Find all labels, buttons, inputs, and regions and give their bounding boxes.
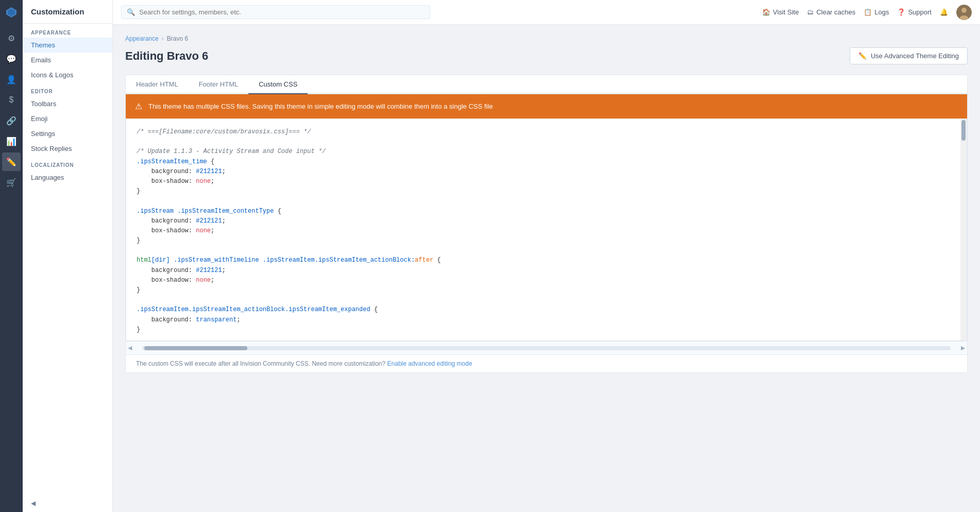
sidebar-icon-chat[interactable]: 💬	[2, 49, 21, 68]
search-bar[interactable]: 🔍	[121, 5, 430, 19]
sidebar-icon-commerce[interactable]: $	[2, 91, 21, 109]
bell-icon: 🔔	[940, 8, 948, 16]
notifications-button[interactable]: 🔔	[940, 8, 948, 16]
sidebar-item-icons-logos[interactable]: Icons & Logos	[23, 67, 112, 82]
breadcrumb-separator: ›	[162, 35, 164, 42]
warning-banner: ⚠ This theme has multiple CSS files. Sav…	[126, 94, 967, 118]
code-editor-container: /* ===[Filename:core/custom/bravosix.css…	[126, 118, 967, 341]
sidebar-icon-store[interactable]: 🛒	[2, 173, 21, 192]
search-icon: 🔍	[127, 8, 135, 16]
sidebar-title: Customization	[23, 0, 112, 24]
page-header: Editing Bravo 6 ✏️ Use Advanced Theme Ed…	[125, 47, 968, 64]
editor-footer: The custom CSS will execute after all In…	[126, 354, 967, 372]
content-inner: Appearance › Bravo 6 Editing Bravo 6 ✏️ …	[113, 25, 980, 383]
main-wrapper: 🔍 🏠 Visit Site 🗂 Clear caches 📋 Logs ❓ S…	[113, 0, 980, 512]
sidebar-item-languages[interactable]: Languages	[23, 170, 112, 185]
logs-icon: 📋	[864, 8, 872, 16]
sidebar-item-emoji[interactable]: Emoji	[23, 111, 112, 126]
sidebar-icon-customization[interactable]: ✏️	[2, 152, 21, 171]
svg-point-3	[961, 8, 967, 13]
clear-caches-icon: 🗂	[807, 8, 814, 16]
sidebar-item-emails[interactable]: Emails	[23, 53, 112, 67]
tab-footer-html[interactable]: Footer HTML	[189, 75, 249, 94]
localization-section-title: LOCALIZATION	[23, 156, 112, 170]
enable-advanced-editing-link[interactable]: Enable advanced editing mode	[387, 360, 472, 367]
editor-section-title: EDITOR	[23, 82, 112, 96]
sidebar-icon-users[interactable]: 👤	[2, 70, 21, 89]
horizontal-scrollbar-thumb[interactable]	[144, 346, 247, 350]
logs-button[interactable]: 📋 Logs	[864, 8, 889, 16]
sidebar-collapse-button[interactable]: ◀	[23, 494, 112, 512]
sidebar-icon-settings[interactable]: ⚙	[2, 29, 21, 47]
warning-message: This theme has multiple CSS files. Savin…	[148, 103, 493, 110]
visit-site-button[interactable]: 🏠 Visit Site	[762, 8, 799, 16]
content-area: Appearance › Bravo 6 Editing Bravo 6 ✏️ …	[113, 25, 980, 512]
horizontal-scrollbar-track[interactable]	[142, 346, 951, 350]
breadcrumb-current: Bravo 6	[167, 35, 188, 42]
tab-custom-css[interactable]: Custom CSS	[248, 75, 308, 94]
sidebar: Customization APPEARANCE Themes Emails I…	[23, 0, 113, 512]
breadcrumb: Appearance › Bravo 6	[125, 35, 968, 42]
vertical-scrollbar[interactable]	[960, 119, 967, 340]
code-editor[interactable]: /* ===[Filename:core/custom/bravosix.css…	[126, 119, 967, 340]
pencil-icon: ✏️	[858, 52, 867, 60]
sidebar-icon-links[interactable]: 🔗	[2, 111, 21, 130]
support-button[interactable]: ❓ Support	[897, 8, 932, 16]
breadcrumb-appearance[interactable]: Appearance	[125, 35, 159, 42]
sidebar-item-stock-replies[interactable]: Stock Replies	[23, 141, 112, 156]
app-logo[interactable]	[3, 4, 20, 21]
sidebar-icon-analytics[interactable]: 📊	[2, 132, 21, 150]
collapse-icon: ◀	[31, 500, 36, 507]
tab-header-html[interactable]: Header HTML	[126, 75, 189, 94]
visit-site-icon: 🏠	[762, 8, 770, 16]
footer-text: The custom CSS will execute after all In…	[136, 360, 385, 367]
vertical-scrollbar-thumb[interactable]	[961, 120, 966, 141]
sidebar-item-themes[interactable]: Themes	[23, 38, 112, 53]
editor-card: Header HTML Footer HTML Custom CSS ⚠ Thi…	[125, 75, 968, 373]
tab-bar: Header HTML Footer HTML Custom CSS	[126, 75, 967, 94]
icon-bar: ⚙ 💬 👤 $ 🔗 📊 ✏️ 🛒	[0, 0, 23, 512]
topnav: 🔍 🏠 Visit Site 🗂 Clear caches 📋 Logs ❓ S…	[113, 0, 980, 25]
appearance-section-title: APPEARANCE	[23, 24, 112, 38]
clear-caches-button[interactable]: 🗂 Clear caches	[807, 8, 855, 16]
page-title: Editing Bravo 6	[125, 49, 208, 63]
sidebar-item-toolbars[interactable]: Toolbars	[23, 96, 112, 111]
hscroll-right-arrow[interactable]: ▶	[959, 344, 967, 352]
advanced-editing-button[interactable]: ✏️ Use Advanced Theme Editing	[850, 47, 968, 64]
support-icon: ❓	[897, 8, 905, 16]
warning-icon: ⚠	[135, 101, 142, 111]
user-avatar[interactable]	[956, 5, 972, 20]
sidebar-item-settings[interactable]: Settings	[23, 126, 112, 141]
horizontal-scrollbar-container: ◀ ▶	[126, 341, 967, 354]
search-input[interactable]	[139, 8, 425, 16]
topnav-actions: 🏠 Visit Site 🗂 Clear caches 📋 Logs ❓ Sup…	[762, 5, 972, 20]
hscroll-left-arrow[interactable]: ◀	[126, 344, 134, 352]
